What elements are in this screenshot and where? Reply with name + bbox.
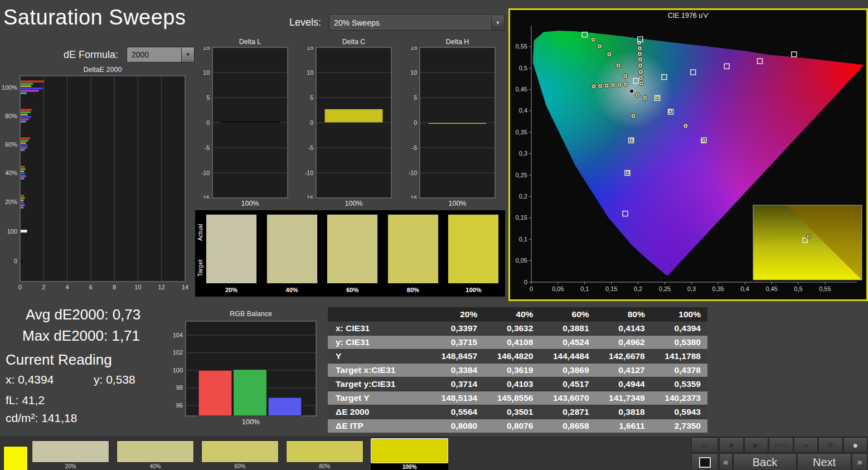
svg-text:0: 0 <box>206 119 210 126</box>
svg-text:80%: 80% <box>5 113 17 119</box>
svg-text:10: 10 <box>307 69 313 76</box>
measurement-point <box>623 82 628 86</box>
delta-l-plot: 151050-5-10-15 <box>198 47 293 198</box>
deltae-bar <box>21 137 30 139</box>
table-cell: 0,3384 <box>428 364 484 377</box>
deltae-bar <box>21 140 28 142</box>
table-cell: 0,4524 <box>540 336 595 350</box>
deltae-bar <box>21 197 25 199</box>
table-row-label: Target y:CIE31 <box>328 377 428 391</box>
svg-text:0,05: 0,05 <box>552 285 564 292</box>
svg-text:104: 104 <box>173 332 183 338</box>
delta-l-xlabel: 100% <box>212 200 288 207</box>
sweep-swatch-color <box>266 214 318 284</box>
measurement-point <box>639 81 643 85</box>
saturation-patch-100%[interactable]: 100% <box>371 440 448 470</box>
levels-label: Levels: <box>289 17 321 28</box>
current-x-readout: x: 0,4394 <box>6 373 54 386</box>
refresh-icon: ⟳ <box>827 441 833 449</box>
table-row-label: Y <box>328 350 428 364</box>
table-cell: 0,3881 <box>540 322 595 336</box>
deltae-bar <box>21 88 43 89</box>
record-button[interactable]: ● <box>843 438 868 453</box>
table-cell: 0,4962 <box>596 336 652 350</box>
refresh-button[interactable]: ⟳ <box>818 438 843 453</box>
svg-text:14: 14 <box>182 284 188 290</box>
svg-text:-15: -15 <box>305 195 313 199</box>
svg-text:98: 98 <box>176 384 183 391</box>
record-icon: ● <box>852 440 858 450</box>
table-row-label: ΔE ITP <box>328 419 428 433</box>
pattern-window-button[interactable]: ⊡ <box>691 438 718 453</box>
table-cell: 142,6678 <box>596 350 652 364</box>
svg-text:102: 102 <box>173 349 183 356</box>
deltae-bar <box>21 116 31 118</box>
play-button[interactable]: ▶ <box>744 438 769 453</box>
continuous-measure-button[interactable]: ∞ <box>794 438 818 453</box>
deltae-bar <box>21 171 24 172</box>
sweep-swatch-label: 60% <box>327 287 378 293</box>
table-row: ΔE ITP0,80800,80760,86581,66112,7350 <box>328 419 707 433</box>
deltae-bar <box>21 166 25 167</box>
saturation-patch-60%[interactable]: 60% <box>201 440 279 470</box>
table-col-header: 60% <box>540 307 595 322</box>
measurement-point <box>623 74 627 78</box>
delta-c-chart: Delta C 151050-5-10-15 100% <box>302 38 405 209</box>
transport-controls: ⊡■▶⊢⊣∞⟳●«BackNext» <box>691 438 868 470</box>
rgb-bar-green <box>234 370 267 416</box>
svg-text:-5: -5 <box>308 144 313 151</box>
measurement-point <box>616 63 620 67</box>
next-button[interactable]: Next <box>797 454 851 470</box>
measurement-point <box>638 63 642 67</box>
deltae-bar <box>21 204 25 206</box>
deltae2000-chart-title: DeltaE 2000 <box>20 66 185 74</box>
saturation-patch-label: 60% <box>201 463 279 470</box>
stop-button[interactable]: ■ <box>719 438 744 453</box>
table-row-label: Target Y <box>328 391 428 405</box>
saturation-patch-20%[interactable]: 20% <box>32 440 109 470</box>
deltae-bar <box>21 149 25 151</box>
table-cell: 2,7350 <box>652 419 707 433</box>
measurement-point <box>655 95 660 100</box>
deltae-bar <box>21 83 33 85</box>
de-formula-dropdown-value: 2000 <box>127 50 181 59</box>
table-row-label: Target x:CIE31 <box>328 364 428 377</box>
next-chevron-button[interactable]: » <box>852 454 867 470</box>
delta-c-xlabel: 100% <box>316 200 391 207</box>
deltae-bar <box>21 168 25 170</box>
measurement-point <box>683 123 688 128</box>
svg-text:0,15: 0,15 <box>516 214 527 221</box>
levels-dropdown[interactable]: 20% Sweeps ▼ <box>329 14 505 31</box>
deltae-bar <box>21 90 39 91</box>
sweep-swatch: 20% <box>206 214 257 293</box>
svg-text:40%: 40% <box>5 169 17 176</box>
saturation-patch-40%[interactable]: 40% <box>117 440 194 470</box>
pattern-size-button[interactable]: ⊢⊣ <box>769 438 793 453</box>
svg-text:15: 15 <box>307 47 313 51</box>
back-chevron-button[interactable]: « <box>719 454 733 470</box>
measurement-point <box>638 57 642 61</box>
de-formula-dropdown[interactable]: 2000 ▼ <box>127 47 195 62</box>
back-button[interactable]: Back <box>733 454 797 470</box>
svg-text:0: 0 <box>524 279 527 285</box>
deltae-bar <box>21 109 32 110</box>
table-cell: 0,4143 <box>596 322 652 336</box>
svg-text:0,2: 0,2 <box>634 285 642 292</box>
deltae-bar <box>21 144 28 146</box>
measurement-point <box>637 51 642 56</box>
svg-text:6: 6 <box>89 284 93 290</box>
svg-text:5: 5 <box>206 94 210 101</box>
delta-h-plot: 151050-5-10-15 <box>405 47 500 198</box>
svg-text:0,3: 0,3 <box>519 150 527 157</box>
deltae-bar <box>21 147 27 148</box>
sweep-swatch: 40% <box>266 214 318 293</box>
current-fl-readout: fL: 41,2 <box>6 394 45 407</box>
saturation-patch-80%[interactable]: 80% <box>286 440 363 470</box>
table-cell: 0,4394 <box>652 322 707 336</box>
svg-text:0: 0 <box>310 119 313 126</box>
svg-text:0,3: 0,3 <box>687 285 696 292</box>
target-point <box>792 52 797 57</box>
avg-de2000-readout: Avg dE2000: 0,73 <box>26 306 140 323</box>
pattern-toggle-button[interactable] <box>691 454 718 470</box>
deltae-bar <box>21 177 24 179</box>
